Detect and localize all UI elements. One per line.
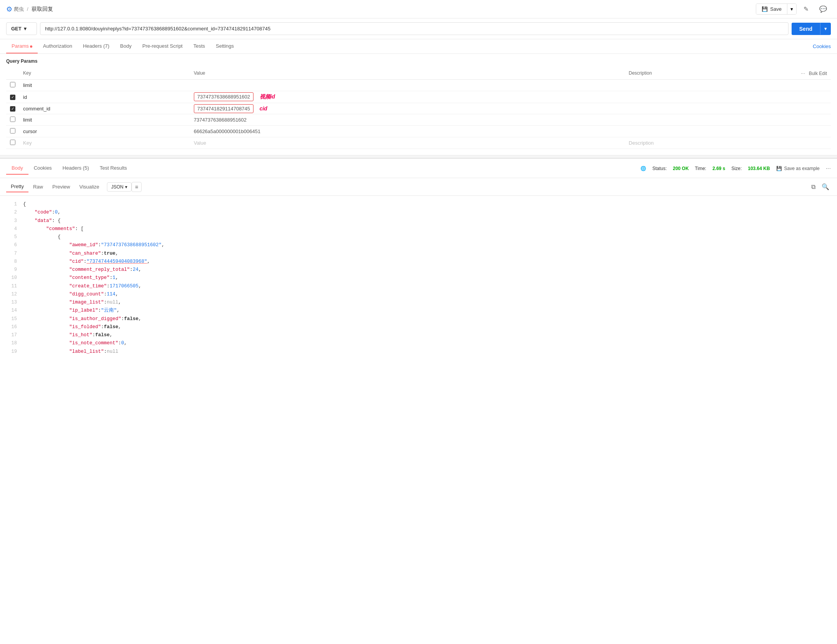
row1-checkbox[interactable]: [10, 82, 15, 87]
response-meta: 🌐 Status: 200 OK Time: 2.69 s Size: 103.…: [640, 165, 831, 172]
response-tab-headers[interactable]: Headers (5): [57, 162, 95, 175]
row3-checkbox[interactable]: [10, 106, 15, 112]
row4-key: limit: [19, 114, 190, 126]
globe-icon: 🌐: [640, 166, 646, 171]
save-icon: 💾: [762, 6, 768, 12]
size-label: Size:: [732, 166, 742, 171]
row5-checkbox[interactable]: [10, 128, 15, 133]
body-tabs: Pretty Raw Preview Visualize JSON ▾ ≡ ⧉ …: [0, 178, 837, 196]
section-divider: [0, 155, 837, 158]
json-line-1: 1 {: [0, 200, 837, 209]
json-line-11: 11 "create_time": 1717066505,: [0, 282, 837, 290]
json-line-9: 9 "comment_reply_total": 24,: [0, 266, 837, 274]
method-value: GET: [11, 26, 22, 32]
json-line-4: 4 "comments": [: [0, 225, 837, 233]
empty-key: Key: [19, 137, 190, 149]
body-tab-preview[interactable]: Preview: [48, 182, 75, 192]
top-bar: ⚙ 爬虫 / 获取回复 💾 Save ▾ ✎ 💬: [0, 0, 837, 18]
body-tab-pretty[interactable]: Pretty: [6, 181, 28, 192]
time-value: 2.69 s: [712, 166, 725, 171]
url-input[interactable]: [40, 22, 789, 35]
json-line-5: 5 {: [0, 233, 837, 241]
search-button[interactable]: 🔍: [820, 182, 831, 192]
row5-value: 66626a5a000000001b006451: [190, 126, 625, 137]
json-line-3: 3 "data": {: [0, 217, 837, 225]
row2-value: 7374737638688951602 视频id: [190, 91, 625, 103]
row2-checkbox[interactable]: [10, 95, 15, 100]
json-line-18: 18 "is_note_comment": 0,: [0, 339, 837, 347]
json-line-2: 2 "code": 0,: [0, 209, 837, 217]
body-tab-visualize[interactable]: Visualize: [75, 182, 104, 192]
tab-tests[interactable]: Tests: [188, 39, 210, 53]
size-value: 103.64 KB: [748, 166, 770, 171]
json-line-13: 13 "image_list": null,: [0, 299, 837, 307]
app-logo: ⚙ 爬虫: [6, 5, 24, 13]
json-viewer: 1 { 2 "code": 0, 3 "data": { 4 "comments…: [0, 196, 837, 360]
copy-button[interactable]: ⧉: [810, 182, 817, 192]
save-example-icon: 💾: [776, 166, 782, 171]
response-header: Body Cookies Headers (5) Test Results 🌐 …: [0, 158, 837, 178]
tab-body[interactable]: Body: [115, 39, 137, 53]
comment-icon: 💬: [819, 6, 827, 12]
top-bar-left: ⚙ 爬虫 / 获取回复: [6, 5, 53, 13]
col-value: Value: [190, 67, 625, 80]
row5-desc: [625, 126, 785, 137]
wrap-button[interactable]: ≡: [132, 182, 142, 192]
empty-checkbox[interactable]: [10, 140, 15, 145]
json-line-14: 14 "ip_label": "云南",: [0, 307, 837, 315]
save-dropdown-button[interactable]: ▾: [787, 4, 796, 14]
tab-pre-request-script[interactable]: Pre-request Script: [137, 39, 188, 53]
json-line-10: 10 "content_type": 1,: [0, 274, 837, 282]
time-label: Time:: [695, 166, 707, 171]
tab-authorization[interactable]: Authorization: [38, 39, 78, 53]
more-options-icon[interactable]: ···: [826, 165, 831, 172]
body-actions: ⧉ 🔍: [810, 182, 831, 192]
table-row: limit 7374737638688951602: [6, 114, 831, 126]
row1-value: [190, 80, 625, 91]
query-params-section: Query Params Key Value Description ··· B…: [0, 54, 837, 149]
row2-desc: [625, 91, 785, 103]
empty-desc: Description: [625, 137, 785, 149]
breadcrumb-separator: /: [27, 6, 28, 12]
tab-params[interactable]: Params: [6, 39, 38, 53]
row3-key: comment_id: [19, 103, 190, 114]
top-bar-right: 💾 Save ▾ ✎ 💬: [756, 3, 831, 15]
cookies-link[interactable]: Cookies: [813, 43, 831, 49]
response-tab-test-results[interactable]: Test Results: [94, 162, 132, 175]
send-dropdown-button[interactable]: ▾: [820, 23, 831, 35]
row3-desc: [625, 103, 785, 114]
comment-button[interactable]: 💬: [815, 3, 831, 15]
bulk-edit-label[interactable]: Bulk Edit: [809, 71, 827, 76]
format-select[interactable]: JSON ▾: [107, 182, 132, 192]
tab-settings[interactable]: Settings: [210, 39, 239, 53]
body-tab-raw[interactable]: Raw: [28, 182, 48, 192]
row1-desc: [625, 80, 785, 91]
json-line-6: 6 "aweme_id": "7374737638688951602",: [0, 241, 837, 249]
dots-icon: ···: [801, 70, 805, 76]
table-empty-row: Key Value Description: [6, 137, 831, 149]
row3-value: 7374741829114708745 cid: [190, 103, 625, 114]
response-tab-body[interactable]: Body: [6, 162, 28, 175]
tab-headers[interactable]: Headers (7): [78, 39, 115, 53]
json-line-12: 12 "digg_count": 114,: [0, 290, 837, 299]
params-table: Key Value Description ··· Bulk Edit limi…: [6, 67, 831, 149]
edit-button[interactable]: ✎: [800, 3, 812, 15]
save-as-example-button[interactable]: 💾 Save as example: [776, 166, 820, 171]
save-button-group[interactable]: 💾 Save ▾: [756, 3, 797, 15]
response-tab-cookies[interactable]: Cookies: [28, 162, 57, 175]
send-button[interactable]: Send: [792, 23, 820, 35]
json-line-8: 8 "cid": "7374744459404083968",: [0, 258, 837, 266]
method-select[interactable]: GET ▾: [6, 22, 37, 35]
table-row: comment_id 7374741829114708745 cid: [6, 103, 831, 114]
status-label: Status:: [652, 166, 667, 171]
table-row: cursor 66626a5a000000001b006451: [6, 126, 831, 137]
response-tabs: Body Cookies Headers (5) Test Results: [6, 162, 640, 175]
save-button[interactable]: 💾 Save: [756, 4, 787, 14]
row4-checkbox[interactable]: [10, 117, 15, 122]
status-value: 200 OK: [673, 166, 689, 171]
logo-icon: ⚙: [6, 5, 12, 13]
col-key: Key: [19, 67, 190, 80]
send-button-group[interactable]: Send ▾: [792, 23, 831, 35]
row2-key: id: [19, 91, 190, 103]
table-row: id 7374737638688951602 视频id: [6, 91, 831, 103]
